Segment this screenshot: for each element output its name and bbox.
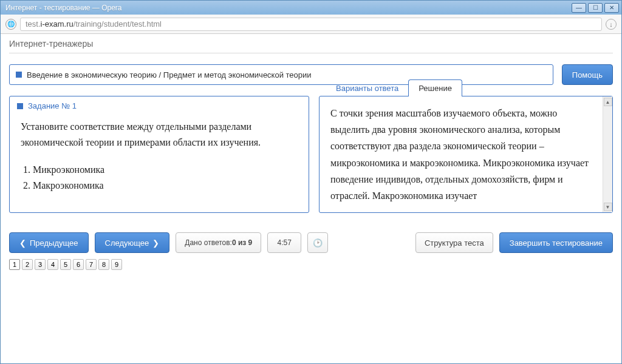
finish-button[interactable]: Завершить тестирование: [499, 232, 613, 253]
content-area: Интернет-тренажеры Введение в экономичес…: [1, 34, 621, 363]
url-host: i-exam.ru: [41, 19, 73, 29]
finish-label: Завершить тестирование: [510, 238, 603, 248]
chevron-left-icon: ❮: [19, 238, 26, 248]
topic-text: Введение в экономическую теорию / Предме…: [27, 70, 312, 79]
tab-solution-label: Решение: [419, 84, 452, 93]
page-button[interactable]: 5: [60, 259, 71, 270]
timer-display: 4:57: [267, 232, 301, 253]
pager: 1 2 3 4 5 6 7 8 9: [9, 259, 613, 270]
structure-label: Структура теста: [425, 238, 484, 248]
page-title: Интернет-тренажеры: [9, 34, 613, 53]
tab-answers-label: Варианты ответа: [336, 84, 398, 93]
minimize-button[interactable]: —: [572, 3, 586, 13]
tab-bar: Варианты ответа Решение: [326, 79, 462, 96]
counter-label: Дано ответов:: [185, 238, 232, 247]
page-button[interactable]: 9: [111, 259, 122, 270]
page-button[interactable]: 4: [47, 259, 58, 270]
main-row: Задание № 1 Установите соответствие межд…: [9, 96, 613, 213]
scrollbar[interactable]: ▲ ▼: [603, 96, 612, 212]
task-panel: Задание № 1 Установите соответствие межд…: [9, 96, 309, 213]
tab-answers[interactable]: Варианты ответа: [326, 79, 409, 96]
prev-button[interactable]: ❮ Предыдущее: [9, 232, 89, 253]
titlebar: Интернет - тестирование — Opera — ☐ ✕: [1, 1, 621, 15]
topic-row: Введение в экономическую теорию / Предме…: [9, 64, 613, 85]
task-bullet-icon: [17, 103, 23, 109]
maximize-button[interactable]: ☐: [588, 3, 603, 13]
nav-row: ❮ Предыдущее Следующее ❯ Дано ответов: 0…: [9, 232, 613, 253]
next-label: Следующее: [105, 238, 149, 248]
timer-value: 4:57: [278, 238, 292, 247]
help-button[interactable]: Помощь: [562, 64, 613, 85]
download-icon[interactable]: ↓: [606, 19, 617, 30]
task-label: Задание № 1: [28, 101, 77, 110]
tab-solution[interactable]: Решение: [408, 79, 462, 96]
counter-value: 0 из 9: [232, 238, 252, 247]
url-field[interactable]: test.i-exam.ru/training/student/test.htm…: [20, 18, 602, 31]
browser-window: Интернет - тестирование — Opera — ☐ ✕ 🌐 …: [0, 0, 622, 364]
task-item: Микроэкономика: [33, 162, 298, 178]
url-prefix: test.: [26, 19, 41, 29]
solution-panel: Варианты ответа Решение С точки зрения м…: [319, 96, 613, 213]
topic-card: Введение в экономическую теорию / Предме…: [9, 64, 553, 85]
structure-button[interactable]: Структура теста: [415, 232, 493, 253]
task-header: Задание № 1: [10, 96, 309, 115]
solution-text: С точки зрения масштабов изучаемого объе…: [320, 96, 603, 212]
url-path: /training/student/test.html: [73, 19, 162, 29]
scroll-up-icon[interactable]: ▲: [604, 98, 612, 106]
next-button[interactable]: Следующее ❯: [95, 232, 170, 253]
timer-toggle-button[interactable]: 🕑: [307, 232, 328, 253]
chevron-right-icon: ❯: [152, 238, 159, 248]
site-icon: 🌐: [5, 19, 16, 30]
solution-body-wrap: С точки зрения масштабов изучаемого объе…: [320, 96, 612, 212]
address-bar: 🌐 test.i-exam.ru/training/student/test.h…: [1, 15, 621, 34]
help-label: Помощь: [572, 70, 603, 79]
task-item-list: Микроэкономика Макроэкономика: [33, 162, 298, 194]
close-button[interactable]: ✕: [604, 3, 619, 13]
page-button[interactable]: 8: [98, 259, 109, 270]
task-body: Установите соответствие между отдельными…: [10, 115, 309, 212]
answer-counter: Дано ответов: 0 из 9: [176, 232, 261, 253]
page-button[interactable]: 6: [73, 259, 84, 270]
page-button[interactable]: 1: [9, 259, 20, 270]
page-button[interactable]: 7: [86, 259, 97, 270]
window-title: Интернет - тестирование — Opera: [5, 4, 570, 12]
scroll-down-icon[interactable]: ▼: [604, 203, 612, 211]
clock-icon: 🕑: [313, 238, 323, 248]
task-prompt: Установите соответствие между отдельными…: [21, 119, 298, 151]
page-button[interactable]: 2: [22, 259, 33, 270]
page-button[interactable]: 3: [35, 259, 46, 270]
prev-label: Предыдущее: [30, 238, 78, 248]
task-item: Макроэкономика: [33, 178, 298, 194]
topic-bullet-icon: [16, 72, 22, 78]
